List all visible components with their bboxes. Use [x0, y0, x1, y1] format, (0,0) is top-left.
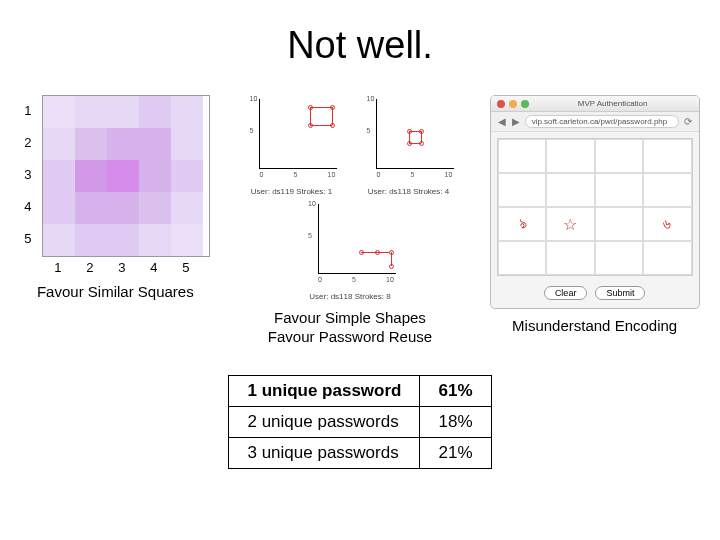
reload-icon[interactable]: ⟳: [683, 117, 693, 127]
grid-cell[interactable]: [498, 139, 547, 173]
scatter-label-1: User: ds119 Strokes: 1: [241, 187, 341, 196]
heatmap-cell: [43, 224, 75, 256]
scatter-column: 10 5 0 5 10 User: ds119 Strokes: 1: [235, 95, 465, 347]
caption-mid-line1: Favour Simple Shapes: [274, 309, 426, 326]
caption-mid: Favour Simple Shapes Favour Password Reu…: [268, 309, 432, 347]
sketch-1: ঌ: [518, 215, 526, 233]
y-tick: 5: [24, 231, 31, 246]
heatmap-cell: [171, 224, 203, 256]
heatmap-cell: [139, 96, 171, 128]
scatter-label-3: User: ds118 Strokes: 8: [300, 292, 400, 301]
browser-toolbar: ◀ ▶ vip.soft.carleton.ca/pwd/password.ph…: [491, 112, 699, 132]
caption-right: Misunderstand Encoding: [512, 317, 677, 336]
heatmap: 12345 12345: [20, 95, 210, 275]
table-row: 1 unique password61%: [229, 375, 491, 406]
heatmap-cell: [171, 192, 203, 224]
heatmap-cell: [139, 192, 171, 224]
sketch-3: ৬: [663, 215, 671, 233]
x-tick: 3: [118, 260, 125, 275]
heatmap-cell: [171, 96, 203, 128]
y-tick: 2: [24, 135, 31, 150]
y-tick: 4: [24, 199, 31, 214]
heatmap-cell: [171, 160, 203, 192]
heatmap-cell: [75, 160, 107, 192]
caption-left: Favour Similar Squares: [37, 283, 194, 302]
heatmap-cell: [107, 224, 139, 256]
grid-cell[interactable]: [546, 139, 595, 173]
grid-cell[interactable]: [643, 139, 692, 173]
scatter-label-2: User: ds118 Strokes: 4: [358, 187, 458, 196]
grid-cell[interactable]: ৬: [643, 207, 692, 241]
heatmap-column: 12345 12345 Favour Similar Squares: [20, 95, 210, 302]
minimize-icon[interactable]: [509, 100, 517, 108]
scatter-plot-1: 10 5 0 5 10: [241, 95, 341, 185]
table-cell-label: 3 unique passwords: [229, 437, 420, 468]
y-tick: 1: [24, 103, 31, 118]
figures-row: 12345 12345 Favour Similar Squares: [0, 67, 720, 357]
sketch-2: ☆: [563, 215, 577, 234]
scatter-plot-3: 10 5 0 5 10: [300, 200, 400, 290]
grid-cell[interactable]: [595, 139, 644, 173]
table-row: 3 unique passwords21%: [229, 437, 491, 468]
close-icon[interactable]: [497, 100, 505, 108]
grid-cell[interactable]: ☆: [546, 207, 595, 241]
table-cell-pct: 21%: [420, 437, 491, 468]
heatmap-cell: [75, 192, 107, 224]
heatmap-cell: [75, 96, 107, 128]
heatmap-cell: [107, 192, 139, 224]
heatmap-cell: [139, 160, 171, 192]
heatmap-cell: [75, 224, 107, 256]
heatmap-cell: [139, 128, 171, 160]
table-cell-label: 1 unique password: [229, 375, 420, 406]
scatter-panels: 10 5 0 5 10 User: ds119 Strokes: 1: [235, 95, 465, 301]
maximize-icon[interactable]: [521, 100, 529, 108]
heatmap-cell: [43, 128, 75, 160]
grid-cell[interactable]: ঌ: [498, 207, 547, 241]
browser-column: MVP Authentication ◀ ▶ vip.soft.carleton…: [490, 95, 700, 336]
clear-button[interactable]: Clear: [544, 286, 588, 300]
x-tick: 1: [54, 260, 61, 275]
back-icon[interactable]: ◀: [497, 117, 507, 127]
x-tick: 4: [150, 260, 157, 275]
heatmap-cell: [43, 160, 75, 192]
grid-cell[interactable]: [643, 173, 692, 207]
grid-cell[interactable]: [498, 241, 547, 275]
heatmap-cell: [43, 192, 75, 224]
heatmap-cell: [107, 160, 139, 192]
forward-icon[interactable]: ▶: [511, 117, 521, 127]
heatmap-cell: [43, 96, 75, 128]
submit-button[interactable]: Submit: [595, 286, 645, 300]
grid-cell[interactable]: [595, 207, 644, 241]
heatmap-cell: [171, 128, 203, 160]
password-grid[interactable]: ঌ ☆ ৬: [497, 138, 693, 276]
grid-cell[interactable]: [498, 173, 547, 207]
browser-titlebar: MVP Authentication: [491, 96, 699, 112]
password-table: 1 unique password61% 2 unique passwords1…: [228, 375, 491, 469]
table-cell-pct: 61%: [420, 375, 491, 406]
caption-mid-line2: Favour Password Reuse: [268, 328, 432, 345]
x-tick: 5: [182, 260, 189, 275]
grid-cell[interactable]: [595, 241, 644, 275]
page-title: Not well.: [0, 0, 720, 67]
window-title: MVP Authentication: [533, 99, 693, 108]
heatmap-cell: [75, 128, 107, 160]
url-field[interactable]: vip.soft.carleton.ca/pwd/password.php: [525, 115, 679, 128]
y-tick: 3: [24, 167, 31, 182]
grid-cell[interactable]: [546, 241, 595, 275]
heatmap-cell: [107, 128, 139, 160]
x-tick: 2: [86, 260, 93, 275]
heatmap-cell: [139, 224, 171, 256]
table-row: 2 unique passwords18%: [229, 406, 491, 437]
grid-cell[interactable]: [595, 173, 644, 207]
heatmap-cell: [107, 96, 139, 128]
grid-cell[interactable]: [546, 173, 595, 207]
grid-cell[interactable]: [643, 241, 692, 275]
browser-window: MVP Authentication ◀ ▶ vip.soft.carleton…: [490, 95, 700, 309]
scatter-plot-2: 10 5 0 5 10: [358, 95, 458, 185]
table-cell-pct: 18%: [420, 406, 491, 437]
table-cell-label: 2 unique passwords: [229, 406, 420, 437]
